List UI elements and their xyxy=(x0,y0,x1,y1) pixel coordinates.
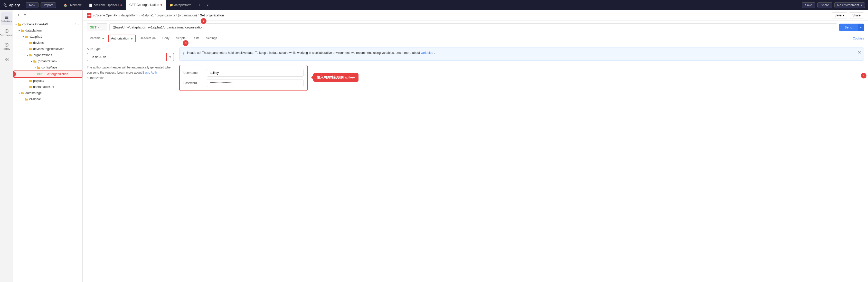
breadcrumb-part-0[interactable]: coScene OpenAPI xyxy=(93,13,118,17)
password-label: Password xyxy=(183,81,204,85)
tree-item-devices[interactable]: › devices xyxy=(13,40,83,46)
app-logo: apiary xyxy=(3,3,24,7)
username-row: Username xyxy=(183,69,304,77)
method-selector[interactable]: GET ▾ xyxy=(87,23,107,31)
get-method-badge: GET xyxy=(37,73,44,76)
annotation-badge-1: 1 xyxy=(13,71,16,77)
save-dropdown-button[interactable]: Save ▾ xyxy=(832,12,847,19)
chevron-right-icon-4: › xyxy=(35,73,36,76)
info-text: Heads up! These parameters hold sensitiv… xyxy=(187,50,435,56)
tab-get-org-dot xyxy=(160,4,162,6)
tab-coscene[interactable]: 📄 coScene OpenAPI xyxy=(85,0,126,10)
collections-list: ▾ coScene OpenAPI ☆ ··· ▾ dataplatform ▾… xyxy=(13,20,83,282)
tree-item-v1alpha1[interactable]: ▾ v1alpha1 xyxy=(13,34,83,40)
tree-item-projects[interactable]: › projects xyxy=(13,78,83,84)
sidebar-item-workspaces[interactable] xyxy=(1,54,12,65)
env-selector[interactable]: No environment ▾ xyxy=(834,2,865,8)
import-button[interactable]: Import xyxy=(40,2,56,8)
tab-dataplatform[interactable]: 📁 dataplatform xyxy=(166,0,195,10)
info-banner: ℹ Heads up! These parameters hold sensit… xyxy=(179,47,864,61)
tree-label-register: devices:registerDevice xyxy=(33,47,81,51)
share-button[interactable]: Share xyxy=(817,2,832,8)
add-collection-button[interactable]: + xyxy=(16,12,21,18)
breadcrumb-part-3[interactable]: organizations xyxy=(157,13,175,17)
chevron-down-icon-5: ▾ xyxy=(31,60,32,63)
tree-item-organizations[interactable]: ▾ organizations xyxy=(13,52,83,58)
folder-icon-10 xyxy=(29,85,32,89)
cookies-link[interactable]: Cookies xyxy=(853,37,864,40)
breadcrumb-current: Get organization xyxy=(200,13,224,17)
tab-dropdown[interactable]: ▾ xyxy=(204,0,211,10)
breadcrumb-part-1[interactable]: dataplatform xyxy=(121,13,138,17)
tab-dataplatform-label: dataplatform xyxy=(174,3,192,7)
password-input-wrap: coScene OpenAPI xyxy=(207,79,304,87)
save-label: Save xyxy=(835,13,842,17)
tree-item-register-device[interactable]: › devices:registerDevice xyxy=(13,46,83,52)
send-dropdown-button[interactable]: ▾ xyxy=(858,24,864,31)
info-close-button[interactable]: ✕ xyxy=(858,50,861,55)
chevron-right-icon-3: › xyxy=(35,66,36,69)
folder-icon-8 xyxy=(37,66,40,69)
folder-icon-11 xyxy=(21,91,24,95)
tab-coscene-dot xyxy=(120,4,122,6)
tree-item-coscene-root[interactable]: ▾ coScene OpenAPI ☆ ··· xyxy=(13,21,83,28)
tab-params[interactable]: Params xyxy=(87,34,107,42)
tab-add[interactable]: + xyxy=(195,0,204,10)
auth-body: Auth Type Basic Auth ▾ The authorization… xyxy=(83,43,868,282)
variables-link[interactable]: variables xyxy=(421,51,433,55)
sidebar-item-history[interactable]: History xyxy=(1,40,12,53)
chevron-right-icon-5: › xyxy=(27,79,28,82)
chevron-right-icon-6: › xyxy=(27,85,28,89)
folder-icon-2 xyxy=(21,29,24,32)
send-button[interactable]: Send xyxy=(839,24,858,31)
sidebar-item-environments[interactable]: Environments xyxy=(1,26,12,39)
tab-body[interactable]: Body xyxy=(159,34,172,42)
tab-overview[interactable]: 🏠 Overview xyxy=(60,0,85,10)
folder-icon-12 xyxy=(24,97,28,101)
url-input[interactable] xyxy=(110,23,837,31)
svg-rect-3 xyxy=(5,17,8,18)
tree-more-icon: ··· xyxy=(78,23,81,26)
tree-item-datastorage[interactable]: ▾ datastorage xyxy=(13,90,83,96)
breadcrumb-part-4[interactable]: {organization} xyxy=(178,13,197,17)
auth-type-select[interactable]: Basic Auth xyxy=(87,53,167,61)
headers-label: Headers xyxy=(140,36,151,40)
method-chevron-icon: ▾ xyxy=(98,26,100,29)
authorization-label: Authorization xyxy=(111,37,129,40)
filter-button[interactable]: ≡ xyxy=(22,12,27,18)
tree-item-dataplatform[interactable]: ▾ dataplatform xyxy=(13,28,83,34)
tree-item-users-batchget[interactable]: › users:batchGet xyxy=(13,84,83,90)
tree-item-organization-param[interactable]: ▾ {organization} xyxy=(13,58,83,64)
sidebar-item-collections[interactable]: Collections xyxy=(1,12,12,25)
chevron-down-icon: ▾ xyxy=(16,23,17,26)
auth-type-dropdown-button[interactable]: ▾ xyxy=(167,53,174,61)
main: Collections Environments History xyxy=(0,10,868,282)
dataplatform-folder-icon: 📁 xyxy=(169,4,173,7)
basic-auth-link[interactable]: Basic Auth xyxy=(143,71,157,74)
content-area: API coScene OpenAPI / dataplatform / v1a… xyxy=(83,10,868,282)
tab-get-org[interactable]: GET Get organization xyxy=(126,0,166,10)
topbar-right: Save Share No environment ▾ xyxy=(802,2,865,8)
breadcrumb-part-2[interactable]: v1alpha1 xyxy=(141,13,154,17)
save-button[interactable]: Save xyxy=(802,2,815,8)
annotation-badge-3: 3 xyxy=(183,40,188,46)
tab-tests[interactable]: Tests xyxy=(189,34,203,42)
tab-authorization[interactable]: Authorization xyxy=(108,35,135,42)
share-main-button[interactable]: Share xyxy=(849,12,864,19)
tab-settings[interactable]: Settings xyxy=(203,34,220,42)
annotation-badge-4: 4 xyxy=(861,73,866,78)
tab-headers[interactable]: Headers (8) xyxy=(136,34,159,42)
new-button[interactable]: New xyxy=(26,2,38,8)
tree-item-configmaps[interactable]: › configMaps xyxy=(13,64,83,71)
environments-label: Environments xyxy=(0,34,13,36)
tree-item-datastorage-v1alpha1[interactable]: › v1alpha1 xyxy=(13,96,83,102)
tree-item-get-organization[interactable]: 1 › GET Get organization xyxy=(13,71,83,78)
svg-rect-4 xyxy=(5,18,8,19)
workspaces-icon xyxy=(4,57,9,62)
params-dot xyxy=(102,38,104,39)
folder-icon-4 xyxy=(29,41,32,45)
more-options-button[interactable]: ··· xyxy=(74,12,80,18)
username-input[interactable] xyxy=(207,69,303,76)
auth-right: ℹ Heads up! These parameters hold sensit… xyxy=(179,47,864,278)
password-input[interactable] xyxy=(207,79,303,86)
